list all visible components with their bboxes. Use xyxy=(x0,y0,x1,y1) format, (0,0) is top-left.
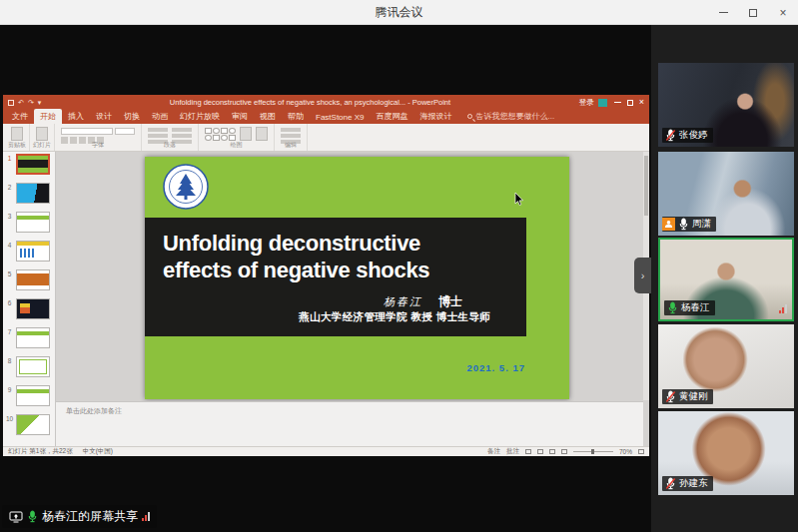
replace-icon[interactable] xyxy=(281,134,301,138)
maximize-button[interactable] xyxy=(738,0,768,25)
tab-review[interactable]: 审阅 xyxy=(226,109,254,124)
tab-home[interactable]: 开始 xyxy=(34,109,62,124)
font-size-select[interactable] xyxy=(115,128,135,135)
tab-transitions[interactable]: 切换 xyxy=(118,109,146,124)
save-icon[interactable] xyxy=(8,100,14,106)
thumb-preview xyxy=(16,298,50,319)
ppt-titlebar: ↶ ↷ ▾ Unfolding deconstructive effects o… xyxy=(3,95,649,110)
sidebar-collapse-button[interactable]: › xyxy=(634,258,651,293)
ppt-window-controls: × xyxy=(614,98,644,107)
tab-insert[interactable]: 插入 xyxy=(62,109,90,124)
slide-thumbnail-8[interactable]: 8 xyxy=(3,356,52,377)
font-name-select[interactable] xyxy=(61,128,113,135)
slide-thumbnail-1[interactable]: 1 xyxy=(3,154,52,175)
thumb-number: 7 xyxy=(3,327,16,335)
group-editing-label: 编辑 xyxy=(275,141,307,150)
minimize-button[interactable] xyxy=(708,0,738,25)
thumb-preview xyxy=(16,356,50,377)
indent-icon[interactable] xyxy=(172,128,192,132)
tab-slideshow[interactable]: 幻灯片放映 xyxy=(174,109,226,124)
scrollbar-thumb[interactable] xyxy=(644,156,648,216)
participant-tile-3[interactable]: 杨春江 xyxy=(658,238,794,321)
thumb-number: 2 xyxy=(3,183,16,191)
slide-counter: 幻灯片 第1张，共22张 xyxy=(8,447,73,456)
ppt-statusbar: 幻灯片 第1张，共22张 中文(中国) 备注 批注 70% xyxy=(3,446,649,456)
window-controls: × xyxy=(708,0,798,25)
slide-thumbnail-3[interactable]: 3 xyxy=(3,212,52,233)
meeting-titlebar: 腾讯会议 × xyxy=(0,0,798,25)
slide-sorter-icon[interactable] xyxy=(537,449,543,454)
addin-badge-icon[interactable] xyxy=(598,99,607,107)
new-slide-icon[interactable] xyxy=(36,127,48,141)
fit-slide-icon[interactable] xyxy=(638,449,644,454)
ribbon-tab-bar: 文件 开始 插入 设计 切换 动画 幻灯片放映 审阅 视图 帮助 FastSto… xyxy=(3,110,649,124)
signin-button[interactable]: 登录 xyxy=(579,98,594,108)
participant-tile-5[interactable]: 孙建东 xyxy=(658,411,794,495)
notes-placeholder: 单击此处添加备注 xyxy=(66,407,122,414)
language-status[interactable]: 中文(中国) xyxy=(83,447,113,456)
arrange-icon[interactable] xyxy=(240,127,252,141)
tab-baidu-netdisk[interactable]: 百度网盘 xyxy=(370,109,413,124)
slide-thumbnail-2[interactable]: 2 xyxy=(3,183,52,204)
thumb-preview xyxy=(16,183,50,204)
group-drawing: 绘图 xyxy=(199,124,275,151)
tab-design[interactable]: 设计 xyxy=(90,109,118,124)
tab-help[interactable]: 帮助 xyxy=(282,109,310,124)
shapes-gallery[interactable] xyxy=(205,127,236,141)
participant-tile-1[interactable]: 张俊婷 xyxy=(658,63,794,147)
align-icon[interactable] xyxy=(148,134,168,138)
tab-file[interactable]: 文件 xyxy=(6,109,34,124)
participant-name-badge: 孙建东 xyxy=(662,476,713,491)
comments-toggle[interactable]: 批注 xyxy=(506,447,519,456)
network-signal-icon xyxy=(142,512,150,521)
ppt-maximize-icon[interactable] xyxy=(627,100,633,106)
slide-thumbnail-10[interactable]: 10 xyxy=(3,414,52,435)
undo-icon[interactable]: ↶ xyxy=(18,99,24,106)
ppt-window-title: Unfolding deconstructive effects of nega… xyxy=(45,98,574,107)
ppt-close-icon[interactable]: × xyxy=(639,98,644,107)
thumb-preview xyxy=(16,241,50,262)
ppt-minimize-icon[interactable] xyxy=(614,102,621,103)
zoom-percent[interactable]: 70% xyxy=(619,448,632,455)
participant-name-badge: 周潇 xyxy=(662,217,716,232)
zoom-slider[interactable] xyxy=(573,451,613,452)
slide-thumbnail-5[interactable]: 5 xyxy=(3,269,52,290)
group-slides-label: 幻灯片 xyxy=(30,141,54,150)
bullets-icon[interactable] xyxy=(148,128,168,132)
tab-faststone[interactable]: FastStone X9 xyxy=(310,111,370,124)
thumb-preview xyxy=(16,154,50,175)
participant-tile-2[interactable]: 周潇 xyxy=(658,152,794,236)
normal-view-icon[interactable] xyxy=(525,449,531,454)
slide-title: Unfolding deconstructive effects of nega… xyxy=(145,218,526,283)
slide-thumbnail-7[interactable]: 7 xyxy=(3,327,52,348)
thumb-preview xyxy=(16,385,50,406)
notes-toggle[interactable]: 备注 xyxy=(487,447,500,456)
quick-styles-icon[interactable] xyxy=(256,127,268,141)
tell-me-search[interactable]: 告诉我您想要做什么... xyxy=(467,111,554,124)
thumb-number: 1 xyxy=(3,154,16,162)
line-spacing-icon[interactable] xyxy=(172,134,192,138)
tab-poster[interactable]: 海报设计 xyxy=(413,109,457,124)
mic-on-icon xyxy=(678,218,689,231)
redo-icon[interactable]: ↷ xyxy=(28,99,34,106)
group-font-label: 字体 xyxy=(55,141,141,150)
tab-view[interactable]: 视图 xyxy=(254,109,282,124)
slideshow-view-icon[interactable] xyxy=(561,449,567,454)
notes-pane[interactable]: 单击此处添加备注 xyxy=(56,401,643,446)
paste-icon[interactable] xyxy=(11,127,23,141)
slideshow-icon[interactable]: ▾ xyxy=(38,99,42,106)
participant-tile-4[interactable]: 黄健刚 xyxy=(658,324,794,408)
close-button[interactable]: × xyxy=(768,0,798,25)
reading-view-icon[interactable] xyxy=(549,449,555,454)
slide-canvas[interactable]: Unfolding deconstructive effects of nega… xyxy=(145,157,569,399)
screen-share-badge: 杨春江的屏幕共享 xyxy=(2,505,157,528)
slide-thumbnail-6[interactable]: 6 xyxy=(3,298,52,319)
group-slides: 幻灯片 xyxy=(30,124,55,151)
meeting-title: 腾讯会议 xyxy=(0,0,798,25)
mic-on-icon xyxy=(27,510,38,523)
thumb-number: 6 xyxy=(3,298,16,306)
slide-thumbnail-9[interactable]: 9 xyxy=(3,385,52,406)
find-icon[interactable] xyxy=(281,128,301,132)
slide-thumbnail-4[interactable]: 4 xyxy=(3,241,52,262)
tab-animations[interactable]: 动画 xyxy=(146,109,174,124)
